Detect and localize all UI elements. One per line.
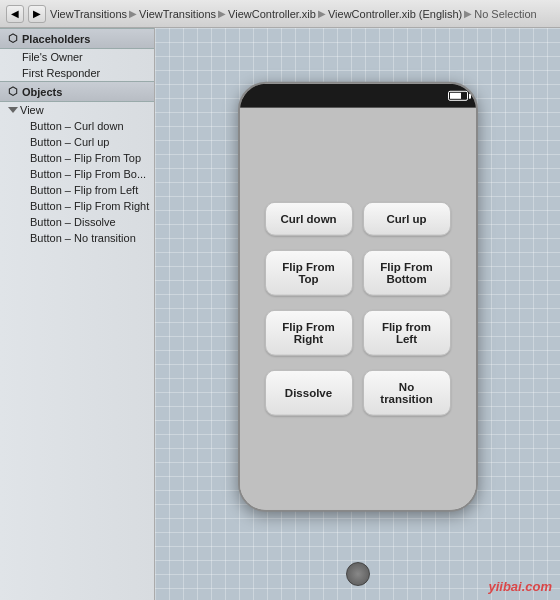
sidebar-section-objects: ⬡ Objects View Button – Curl down Button… bbox=[0, 81, 154, 246]
placeholders-icon: ⬡ bbox=[8, 32, 18, 45]
ios-device-mockup: Curl down Curl up Flip From Top Flip Fro… bbox=[238, 82, 478, 512]
sidebar-item-first-responder[interactable]: First Responder bbox=[0, 65, 154, 81]
curl-down-button[interactable]: Curl down bbox=[265, 202, 353, 236]
sidebar-item-curl-up[interactable]: Button – Curl up bbox=[0, 134, 154, 150]
sidebar-item-curl-down[interactable]: Button – Curl down bbox=[0, 118, 154, 134]
breadcrumb-item-3[interactable]: ViewController.xib bbox=[228, 8, 316, 20]
sidebar-item-flip-from-bottom[interactable]: Button – Flip From Bo... bbox=[0, 166, 154, 182]
flip-from-bottom-button[interactable]: Flip From Bottom bbox=[363, 250, 451, 296]
sidebar-item-no-transition[interactable]: Button – No transition bbox=[0, 230, 154, 246]
forward-button[interactable]: ▶ bbox=[28, 5, 46, 23]
breadcrumb-item-2[interactable]: ViewTransitions bbox=[139, 8, 216, 20]
flip-from-left-button[interactable]: Flip from Left bbox=[363, 310, 451, 356]
breadcrumb-item-5: No Selection bbox=[474, 8, 536, 20]
dissolve-button[interactable]: Dissolve bbox=[265, 370, 353, 416]
sidebar-item-flip-from-left[interactable]: Button – Flip from Left bbox=[0, 182, 154, 198]
breadcrumb: ViewTransitions ▶ ViewTransitions ▶ View… bbox=[50, 8, 537, 20]
ios-content: Curl down Curl up Flip From Top Flip Fro… bbox=[240, 108, 476, 510]
sidebar-item-flip-from-right[interactable]: Button – Flip From Right bbox=[0, 198, 154, 214]
flip-from-right-button[interactable]: Flip From Right bbox=[265, 310, 353, 356]
expand-triangle bbox=[8, 107, 18, 113]
button-row-4: Dissolve No transition bbox=[256, 370, 460, 416]
battery-icon bbox=[448, 91, 468, 101]
sidebar-item-dissolve[interactable]: Button – Dissolve bbox=[0, 214, 154, 230]
breadcrumb-item-4[interactable]: ViewController.xib (English) bbox=[328, 8, 462, 20]
battery-tip bbox=[469, 93, 471, 98]
placeholders-header: ⬡ Placeholders bbox=[0, 28, 154, 49]
status-bar bbox=[240, 84, 476, 108]
curl-up-button[interactable]: Curl up bbox=[363, 202, 451, 236]
canvas-area: Curl down Curl up Flip From Top Flip Fro… bbox=[155, 28, 560, 600]
objects-header: ⬡ Objects bbox=[0, 81, 154, 102]
sidebar-item-flip-from-top[interactable]: Button – Flip From Top bbox=[0, 150, 154, 166]
button-row-3: Flip From Right Flip from Left bbox=[256, 310, 460, 356]
sidebar-section-placeholders: ⬡ Placeholders File's Owner First Respon… bbox=[0, 28, 154, 81]
compass-icon bbox=[346, 562, 370, 586]
back-button[interactable]: ◀ bbox=[6, 5, 24, 23]
no-transition-button[interactable]: No transition bbox=[363, 370, 451, 416]
sidebar-item-files-owner[interactable]: File's Owner bbox=[0, 49, 154, 65]
sidebar: ⬡ Placeholders File's Owner First Respon… bbox=[0, 28, 155, 600]
objects-icon: ⬡ bbox=[8, 85, 18, 98]
button-row-2: Flip From Top Flip From Bottom bbox=[256, 250, 460, 296]
battery-fill bbox=[450, 93, 461, 99]
toolbar: ◀ ▶ ViewTransitions ▶ ViewTransitions ▶ … bbox=[0, 0, 560, 28]
breadcrumb-item-1[interactable]: ViewTransitions bbox=[50, 8, 127, 20]
main-area: ⬡ Placeholders File's Owner First Respon… bbox=[0, 28, 560, 600]
watermark: yiibai.com bbox=[488, 579, 552, 594]
sidebar-item-view[interactable]: View bbox=[0, 102, 154, 118]
button-row-1: Curl down Curl up bbox=[256, 202, 460, 236]
flip-from-top-button[interactable]: Flip From Top bbox=[265, 250, 353, 296]
